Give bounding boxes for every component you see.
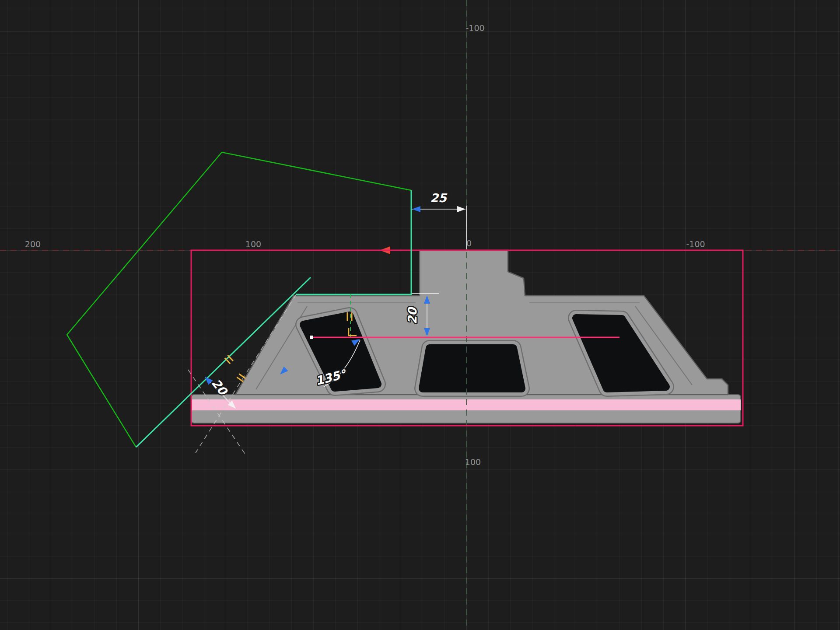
dim-arrow-blue-icon: [412, 206, 420, 212]
dimension-25[interactable]: 25: [412, 191, 466, 249]
axis-label-top: -100: [466, 23, 484, 33]
cutout-middle[interactable]: [423, 348, 522, 388]
cad-sketch-viewport[interactable]: 25 20 20 135°: [0, 0, 840, 630]
axis-label-200: 200: [25, 239, 41, 249]
dim-label-25[interactable]: 25: [430, 191, 448, 205]
axis-label-100: 100: [245, 239, 261, 249]
dim-arrow-white-icon: [457, 206, 466, 212]
sketch-canvas[interactable]: 25 20 20 135°: [0, 0, 840, 630]
dim-label-20-vertical[interactable]: 20: [406, 306, 419, 324]
axis-label-neg100: -100: [686, 239, 705, 249]
endpoint-marker[interactable]: [310, 336, 313, 339]
axis-label-bottom: 100: [465, 457, 481, 467]
axis-label-origin: 0: [466, 238, 472, 248]
sketch-polyline-teal[interactable]: [296, 190, 411, 294]
equal-constraint-icon[interactable]: [225, 355, 233, 364]
